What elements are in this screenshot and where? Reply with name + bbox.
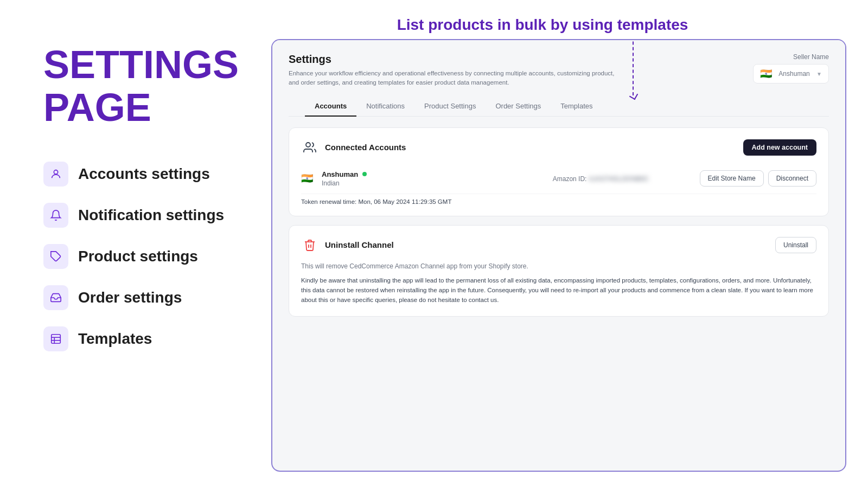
chevron-down-icon: ▼ — [816, 71, 822, 77]
settings-header: Settings Enhance your workflow efficienc… — [272, 40, 845, 117]
tab-product-settings[interactable]: Product Settings — [414, 97, 486, 117]
accounts-icon-wrap — [43, 162, 68, 187]
connected-accounts-icon — [301, 139, 318, 156]
uninstall-title: Uninstall Channel — [325, 240, 394, 249]
app-window: Settings Enhance your workflow efficienc… — [271, 39, 846, 472]
settings-description: Enhance your workflow efficiency and ope… — [289, 69, 625, 88]
nav-item-accounts[interactable]: Accounts settings — [43, 156, 228, 192]
tabs-bar: Accounts Notifications Product Settings … — [289, 97, 829, 117]
bell-icon — [50, 209, 62, 221]
trash-icon — [303, 239, 316, 252]
uninstall-button[interactable]: Uninstall — [775, 237, 816, 253]
india-flag-icon: 🇮🇳 — [760, 68, 772, 80]
amazon-id-value: AJAS7HGLDONB6C — [589, 175, 649, 183]
dashed-arrow — [633, 39, 634, 95]
online-status-indicator — [362, 172, 367, 176]
uninstall-subtitle: This will remove CedCommerce Amazon Chan… — [301, 261, 816, 271]
svg-point-0 — [54, 170, 58, 174]
uninstall-icon — [301, 236, 318, 254]
nav-item-order[interactable]: Order settings — [43, 280, 228, 316]
order-icon-wrap — [43, 285, 68, 310]
nav-label-accounts: Accounts settings — [78, 165, 210, 183]
account-info: Anshuman Indian — [322, 170, 502, 187]
nav-label-notifications: Notification settings — [78, 207, 224, 224]
account-flag-icon: 🇮🇳 — [301, 172, 313, 184]
nav-item-notifications[interactable]: Notification settings — [43, 197, 228, 233]
main-content: Connected Accounts Add new account 🇮🇳 An… — [272, 117, 845, 328]
add-new-account-button[interactable]: Add new account — [743, 139, 816, 156]
right-panel: List products in bulk by using templates… — [260, 0, 868, 488]
account-country: Indian — [322, 179, 502, 187]
seller-label: Seller Name — [793, 53, 829, 61]
svg-point-6 — [306, 143, 310, 147]
nav-label-order: Order settings — [78, 289, 182, 306]
nav-list: Accounts settings Notification settings … — [43, 156, 228, 357]
inbox-icon — [50, 292, 62, 304]
tab-accounts[interactable]: Accounts — [305, 97, 356, 117]
tag-icon — [50, 251, 62, 262]
connected-accounts-title: Connected Accounts — [325, 143, 406, 152]
templates-icon-wrap — [43, 326, 68, 351]
account-actions: Edit Store Name Disconnect — [700, 170, 816, 187]
product-icon-wrap — [43, 244, 68, 269]
notifications-icon-wrap — [43, 203, 68, 228]
seller-name-section: Seller Name 🇮🇳 Anshuman ▼ — [753, 53, 829, 84]
users-icon — [303, 141, 316, 154]
nav-label-product: Product settings — [78, 248, 198, 265]
disconnect-button[interactable]: Disconnect — [768, 170, 816, 187]
tab-order-settings[interactable]: Order Settings — [486, 97, 551, 117]
tab-notifications[interactable]: Notifications — [356, 97, 414, 117]
user-icon — [50, 168, 62, 180]
amazon-id-label: Amazon ID: — [553, 175, 589, 183]
page-title: SETTINGS PAGE — [43, 43, 228, 129]
nav-item-product[interactable]: Product settings — [43, 239, 228, 274]
uninstall-channel-card: Uninstall Channel Uninstall This will re… — [289, 225, 829, 317]
edit-store-name-button[interactable]: Edit Store Name — [700, 170, 764, 187]
seller-name-value: Anshuman — [778, 70, 809, 78]
settings-title: Settings — [289, 53, 625, 66]
left-panel: SETTINGS PAGE Accounts settings Notifica… — [0, 0, 260, 488]
tab-templates[interactable]: Templates — [551, 97, 602, 117]
nav-item-templates[interactable]: Templates — [43, 321, 228, 357]
account-row: 🇮🇳 Anshuman Indian Amazon ID: AJAS7HGLDO… — [301, 164, 816, 194]
nav-label-templates: Templates — [78, 330, 152, 348]
amazon-id-section: Amazon ID: AJAS7HGLDONB6C — [510, 174, 691, 183]
uninstall-warning: Kindly be aware that uninstalling the ap… — [301, 275, 816, 305]
annotation-text: List products in bulk by using templates — [271, 16, 846, 34]
account-name: Anshuman — [322, 170, 358, 178]
svg-rect-2 — [52, 335, 61, 344]
connected-accounts-card: Connected Accounts Add new account 🇮🇳 An… — [289, 127, 829, 216]
seller-badge: 🇮🇳 Anshuman ▼ — [753, 64, 829, 84]
template-icon — [50, 333, 62, 345]
token-renewal: Token renewal time: Mon, 06 May 2024 11:… — [301, 198, 816, 205]
